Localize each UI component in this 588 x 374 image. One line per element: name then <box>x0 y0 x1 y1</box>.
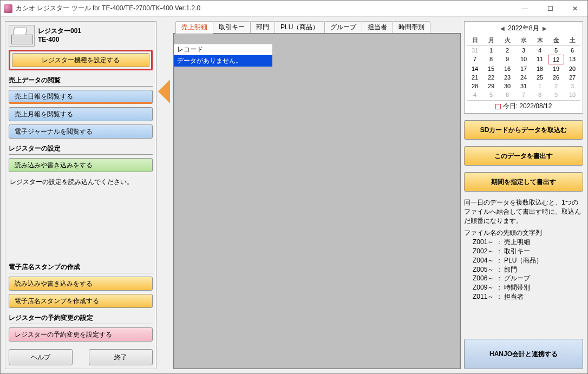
calendar-day[interactable]: 27 <box>564 73 580 82</box>
calendar-day[interactable]: 14 <box>467 64 483 73</box>
file-prefix-item: Z006～ ： グループ <box>464 274 583 283</box>
record-empty-message: データがありません。 <box>174 55 272 67</box>
file-prefix-item: Z005～ ： 部門 <box>464 265 583 274</box>
calendar-day[interactable]: 15 <box>483 64 499 73</box>
calendar-day[interactable]: 1 <box>483 46 499 55</box>
calendar-prev-button[interactable]: ◀ <box>500 25 505 31</box>
calendar-day[interactable]: 8 <box>483 55 499 64</box>
calendar: ◀ 2022年8月 ▶ 日月火水木金土311234567891011121314… <box>464 21 583 114</box>
exit-button[interactable]: 終了 <box>89 349 153 365</box>
register-icon <box>9 25 35 47</box>
calendar-day[interactable]: 10 <box>515 55 532 64</box>
record-list: レコード データがありません。 <box>174 44 272 67</box>
calendar-day[interactable]: 31 <box>467 46 483 55</box>
calendar-day[interactable]: 19 <box>548 64 564 73</box>
calendar-day[interactable]: 26 <box>548 73 564 82</box>
file-prefix-item: Z002～ ： 取引キー <box>464 247 583 256</box>
calendar-day[interactable]: 7 <box>467 55 483 64</box>
viewer: レコード データがありません。 <box>173 33 461 369</box>
file-prefix-head: ファイル名の先頭の文字列 <box>464 228 583 238</box>
calendar-day[interactable]: 22 <box>483 73 499 82</box>
calendar-next-button[interactable]: ▶ <box>543 25 547 31</box>
calendar-day[interactable]: 24 <box>515 73 532 82</box>
calendar-day[interactable]: 2 <box>499 46 515 55</box>
calendar-day[interactable]: 3 <box>564 82 580 90</box>
section-stamp: 電子店名スタンプの作成 <box>9 263 153 273</box>
view-monthly-sales-button[interactable]: 売上月報を閲覧する <box>9 107 153 121</box>
calendar-day[interactable]: 18 <box>532 64 548 73</box>
calendar-day[interactable]: 6 <box>499 90 515 99</box>
calendar-dow: 木 <box>532 35 548 46</box>
app-icon <box>4 4 12 13</box>
tab-time-band[interactable]: 時間帯別 <box>393 21 430 33</box>
calendar-dow: 土 <box>564 35 580 46</box>
minimize-button[interactable]: — <box>513 1 538 16</box>
file-prefix-item: Z009～ ： 時間帯別 <box>464 283 583 292</box>
help-button[interactable]: ヘルプ <box>9 349 73 365</box>
window-controls: — ☐ ✕ <box>513 1 587 16</box>
calendar-dow: 月 <box>483 35 499 46</box>
calendar-day[interactable]: 7 <box>515 90 532 99</box>
calendar-day[interactable]: 10 <box>564 90 580 99</box>
tab-transaction-key[interactable]: 取引キー <box>213 21 251 33</box>
reserve-set-button[interactable]: レジスターの予約変更を設定する <box>9 327 153 342</box>
calendar-day[interactable]: 31 <box>515 82 532 90</box>
calendar-day[interactable]: 5 <box>548 46 564 55</box>
file-prefix-item: Z001～ ： 売上明細 <box>464 238 583 247</box>
window-title: カシオ レジスター ツール for TE-400/TE-2700/TK-400 … <box>16 4 513 13</box>
calendar-day[interactable]: 5 <box>483 90 499 99</box>
tab-sales-detail[interactable]: 売上明細 <box>175 21 213 34</box>
file-prefix-item: Z004～ ： PLU（商品） <box>464 256 583 265</box>
export-range-button[interactable]: 期間を指定して書出す <box>464 172 583 192</box>
calendar-dow: 金 <box>548 35 564 46</box>
settings-readwrite-button[interactable]: 読み込みや書き込みをする <box>9 158 153 172</box>
hanjo-link-button[interactable]: HANJO会計と連携する <box>464 339 583 369</box>
register-name-block: レジスター001 TE-400 <box>38 27 81 44</box>
tab-department[interactable]: 部門 <box>250 21 275 33</box>
calendar-day[interactable]: 25 <box>532 73 548 82</box>
record-header: レコード <box>174 44 272 55</box>
sd-import-button[interactable]: SDカードからデータを取込む <box>464 120 583 140</box>
calendar-day[interactable]: 28 <box>467 82 483 90</box>
calendar-day[interactable]: 30 <box>499 82 515 90</box>
view-ejournal-button[interactable]: 電子ジャーナルを閲覧する <box>9 124 153 139</box>
export-button[interactable]: このデータを書出す <box>464 146 583 166</box>
tab-staff[interactable]: 担当者 <box>362 21 393 33</box>
calendar-today-line[interactable]: 今日: 2022/08/12 <box>467 100 580 111</box>
calendar-day[interactable]: 13 <box>564 55 580 64</box>
calendar-header: ◀ 2022年8月 ▶ <box>467 24 580 33</box>
calendar-day[interactable]: 16 <box>499 64 515 73</box>
sidebar-spacer <box>9 192 153 257</box>
stamp-readwrite-button[interactable]: 読み込みや書き込みをする <box>9 277 153 291</box>
calendar-day[interactable]: 3 <box>515 46 532 55</box>
calendar-day[interactable]: 2 <box>548 82 564 90</box>
calendar-day[interactable]: 9 <box>499 55 515 64</box>
calendar-day[interactable]: 21 <box>467 73 483 82</box>
section-reserve: レジスターの予約変更の設定 <box>9 313 153 324</box>
calendar-day[interactable]: 4 <box>532 46 548 55</box>
stamp-create-button[interactable]: 電子店名スタンプを作成する <box>9 294 153 308</box>
calendar-day[interactable]: 6 <box>564 46 580 55</box>
close-button[interactable]: ✕ <box>563 1 587 16</box>
calendar-day[interactable]: 17 <box>515 64 532 73</box>
calendar-dow: 火 <box>499 35 515 46</box>
tab-plu[interactable]: PLU（商品） <box>275 21 325 33</box>
calendar-dow: 日 <box>467 35 483 46</box>
calendar-day[interactable]: 23 <box>499 73 515 82</box>
calendar-day[interactable]: 1 <box>532 82 548 90</box>
today-indicator-icon <box>495 104 501 109</box>
set-model-button[interactable]: レジスター機種を設定する <box>12 53 149 67</box>
calendar-day[interactable]: 8 <box>532 90 548 99</box>
maximize-button[interactable]: ☐ <box>538 1 563 16</box>
calendar-day[interactable]: 29 <box>483 82 499 90</box>
calendar-day[interactable]: 4 <box>467 90 483 99</box>
calendar-day[interactable]: 12 <box>548 55 564 64</box>
calendar-day[interactable]: 20 <box>564 64 580 73</box>
view-daily-sales-button[interactable]: 売上日報を閲覧する <box>9 90 153 104</box>
calendar-day[interactable]: 9 <box>548 90 564 99</box>
calendar-grid: 日月火水木金土311234567891011121314151617181920… <box>467 35 580 99</box>
right-info: 同一日のデータを複数取込むと、1つのファイルへ結合して書出す時に、取込んだ順番に… <box>464 198 583 301</box>
tabs: 売上明細 取引キー 部門 PLU（商品） グループ 担当者 時間帯別 <box>173 21 461 33</box>
calendar-day[interactable]: 11 <box>532 55 548 64</box>
tab-group[interactable]: グループ <box>324 21 362 33</box>
